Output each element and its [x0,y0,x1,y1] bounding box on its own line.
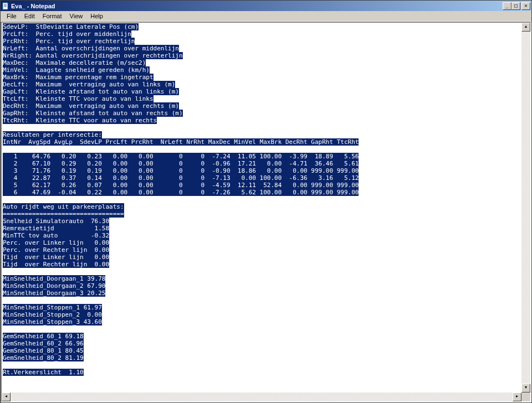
menu-format[interactable]: Format [39,12,66,20]
scroll-track-horizontal[interactable] [11,392,513,401]
scroll-right-button[interactable]: ▸ [513,392,521,401]
titlebar[interactable]: Eva_ - Notepad _ □ ✕ [1,1,531,11]
menu-help[interactable]: Help [86,12,107,20]
scroll-up-button[interactable]: ▴ [521,23,530,32]
scroll-left-button[interactable]: ◂ [2,392,11,401]
client-area: SdevLP: StDeviatie Laterale Pos (cm) Prc… [1,22,531,402]
app-icon [2,2,9,10]
notepad-window: Eva_ - Notepad _ □ ✕ File Edit Format Vi… [0,0,532,403]
window-title: Eva_ - Notepad [11,3,503,9]
horizontal-scrollbar[interactable]: ◂ ▸ [2,392,521,401]
menu-view[interactable]: View [66,12,87,20]
minimize-button[interactable]: _ [503,2,511,10]
menu-edit[interactable]: Edit [21,12,39,20]
scrollbar-corner [521,392,530,401]
window-controls: _ □ ✕ [503,2,530,10]
vertical-scrollbar[interactable]: ▴ ▾ [521,23,530,392]
close-button[interactable]: ✕ [521,2,530,10]
svg-rect-0 [3,3,8,9]
text-editor[interactable]: SdevLP: StDeviatie Laterale Pos (cm) Prc… [2,23,521,392]
scroll-track-vertical[interactable] [521,32,530,384]
scroll-down-button[interactable]: ▾ [521,384,530,392]
menubar: File Edit Format View Help [1,11,531,22]
maximize-button[interactable]: □ [511,2,520,10]
menu-file[interactable]: File [3,12,21,20]
